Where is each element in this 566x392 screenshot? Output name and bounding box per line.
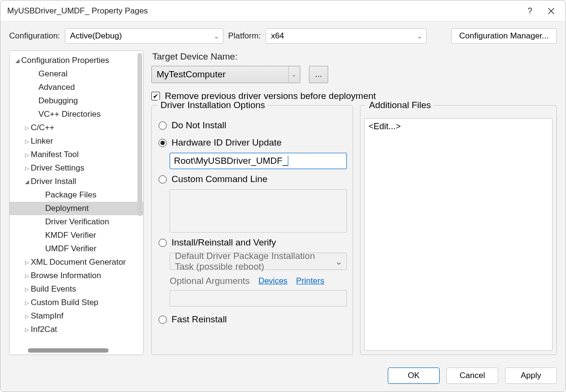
tree-item[interactable]: Deployment — [10, 202, 143, 215]
expander-icon: ▷ — [23, 259, 31, 266]
tree-item[interactable]: ▷Inf2Cat — [10, 323, 143, 336]
custom-command-line-input[interactable] — [170, 189, 347, 233]
tree-item-label: Deployment — [45, 204, 89, 213]
additional-files-edit[interactable]: <Edit...> — [364, 118, 553, 351]
target-device-value: MyTestComputer — [157, 69, 226, 80]
radio-icon — [159, 122, 167, 130]
tree-item[interactable]: Advanced — [10, 81, 143, 94]
optional-arguments-label: Optional Arguments — [170, 276, 250, 286]
tree-item-label: Build Events — [31, 284, 76, 294]
tree-item-label: XML Document Generator — [31, 257, 126, 267]
help-button[interactable]: ? — [519, 3, 541, 19]
tree-item-label: UMDF Verifier — [45, 244, 97, 254]
configuration-combo[interactable]: Active(Debug) ⌄ — [65, 28, 223, 44]
tree-item-label: KMDF Verifier — [45, 231, 96, 240]
expander-icon: ▷ — [23, 300, 31, 306]
hardware-id-input[interactable]: Root\MyUSBDriver_UMDF_ — [170, 153, 347, 169]
tree-item-label: Linker — [31, 136, 53, 146]
tree-vertical-scrollbar[interactable] — [137, 53, 142, 216]
target-device-combo[interactable]: MyTestComputer ⌄ — [151, 66, 300, 83]
property-pages-window: MyUSBDriver_UMDF_ Property Pages ? Confi… — [0, 0, 566, 392]
option-hardware-id-update[interactable]: Hardware ID Driver Update — [159, 135, 347, 150]
option-custom-command-line[interactable]: Custom Command Line — [159, 172, 347, 186]
tree-item[interactable]: ▷Browse Information — [10, 269, 143, 282]
tree-item-label: Driver Verification — [45, 217, 109, 227]
option-do-not-install[interactable]: Do Not Install — [159, 118, 347, 133]
tree-item[interactable]: KMDF Verifier — [10, 229, 143, 242]
expander-icon: ▷ — [23, 313, 31, 319]
tree-item[interactable]: ▷XML Document Generator — [10, 256, 143, 269]
expander-icon: ◢ — [23, 179, 31, 185]
radio-icon — [159, 316, 167, 324]
driver-install-options-group: Driver Installation Options Do Not Insta… — [151, 105, 353, 355]
radio-icon — [159, 239, 167, 247]
driver-install-options-legend: Driver Installation Options — [158, 100, 268, 110]
printers-link[interactable]: Printers — [296, 276, 324, 286]
expander-icon: ▷ — [23, 165, 31, 172]
tree-item-label: Manifest Tool — [31, 150, 79, 159]
title-bar: MyUSBDriver_UMDF_ Property Pages ? — [0, 0, 566, 22]
tree-item-label: Browse Information — [31, 271, 101, 281]
tree-horizontal-scrollbar[interactable] — [28, 348, 109, 353]
configuration-label: Configuration: — [9, 31, 60, 41]
tree-item[interactable]: ▷Custom Build Step — [10, 296, 143, 309]
tree-item[interactable]: ▷Driver Settings — [10, 161, 143, 175]
platform-value: x64 — [271, 31, 284, 41]
cancel-button[interactable]: Cancel — [446, 368, 498, 384]
expander-icon: ▷ — [23, 125, 31, 131]
text-caret — [288, 156, 288, 166]
tree-root[interactable]: ◢Configuration Properties — [10, 54, 143, 67]
tree-item-label: Inf2Cat — [31, 325, 57, 334]
dialog-footer: OK Cancel Apply — [0, 362, 566, 392]
tree-item[interactable]: VC++ Directories — [10, 108, 143, 121]
additional-files-legend: Additional Files — [366, 100, 434, 110]
tree-item-label: C/C++ — [31, 123, 54, 133]
tree-item[interactable]: Package Files — [10, 188, 143, 202]
browse-device-button[interactable]: ... — [309, 66, 328, 83]
platform-label: Platform: — [228, 31, 261, 41]
optional-arguments-input[interactable] — [170, 290, 347, 306]
tree-item[interactable]: ▷Manifest Tool — [10, 148, 143, 161]
tree-item-label: Custom Build Step — [31, 298, 98, 307]
remove-previous-row[interactable]: ✔ Remove previous driver versions before… — [151, 87, 557, 101]
platform-combo[interactable]: x64 ⌄ — [266, 28, 427, 44]
tree-item-label: StampInf — [31, 311, 63, 321]
close-button[interactable] — [541, 3, 562, 19]
ok-button[interactable]: OK — [388, 368, 440, 384]
tree-item-label: General — [38, 69, 67, 79]
remove-previous-checkbox[interactable]: ✔ — [151, 92, 160, 100]
config-toolbar: Configuration: Active(Debug) ⌄ Platform:… — [0, 22, 566, 49]
chevron-down-icon: ⌄ — [417, 33, 422, 40]
chevron-down-icon: ⌄ — [214, 33, 219, 40]
tree-item[interactable]: Debugging — [10, 94, 143, 108]
devices-link[interactable]: Devices — [258, 276, 287, 286]
tree-item-label: Driver Settings — [31, 163, 84, 173]
expander-icon: ◢ — [13, 58, 21, 64]
tree-item[interactable]: Driver Verification — [10, 215, 143, 229]
tree-item[interactable]: General — [10, 67, 143, 81]
additional-files-group: Additional Files <Edit...> — [360, 105, 557, 355]
tree-item[interactable]: ◢Driver Install — [10, 175, 143, 188]
dialog-body: ◢Configuration PropertiesGeneralAdvanced… — [0, 49, 566, 362]
tree-item[interactable]: UMDF Verifier — [10, 242, 143, 256]
option-fast-reinstall[interactable]: Fast Reinstall — [159, 309, 347, 327]
tree-item[interactable]: ▷StampInf — [10, 309, 143, 323]
tree-item-label: Driver Install — [31, 177, 76, 186]
expander-icon: ▷ — [23, 273, 31, 279]
tree-item[interactable]: ▷Linker — [10, 135, 143, 148]
radio-icon — [159, 175, 167, 184]
target-device-label: Target Device Name: — [151, 50, 557, 62]
install-task-combo[interactable]: Default Driver Package Installation Task… — [170, 253, 347, 270]
property-tree[interactable]: ◢Configuration PropertiesGeneralAdvanced… — [9, 50, 144, 355]
radio-icon — [159, 139, 167, 147]
close-icon — [548, 8, 554, 14]
option-install-reinstall-verify[interactable]: Install/Reinstall and Verify — [159, 235, 347, 250]
tree-item[interactable]: ▷Build Events — [10, 282, 143, 296]
expander-icon: ▷ — [23, 327, 31, 333]
tree-item[interactable]: ▷C/C++ — [10, 121, 143, 135]
configuration-manager-button[interactable]: Configuration Manager... — [451, 28, 557, 44]
expander-icon: ▷ — [23, 138, 31, 145]
expander-icon: ▷ — [23, 286, 31, 293]
apply-button[interactable]: Apply — [505, 368, 557, 384]
chevron-down-icon: ⌄ — [288, 66, 296, 83]
